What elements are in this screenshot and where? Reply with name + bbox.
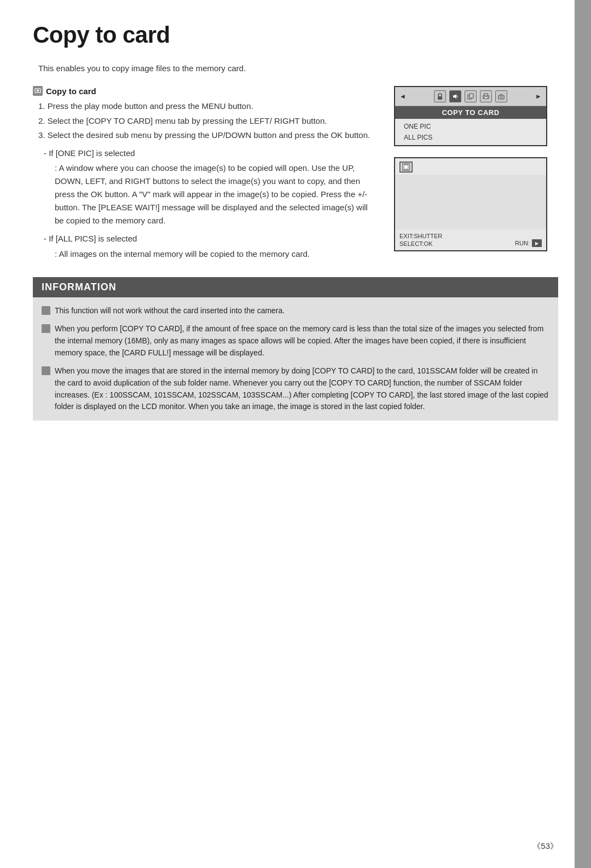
information-section: INFORMATION This function will not work … <box>33 277 558 421</box>
right-content: ◄ <box>394 86 558 251</box>
information-body: This function will not work without the … <box>33 297 558 421</box>
camera-menu-top-bar: ◄ <box>395 87 546 106</box>
print-icon <box>480 90 492 102</box>
lock-icon <box>434 90 446 102</box>
svg-point-10 <box>500 96 502 98</box>
camera-menu-header: COPY TO CARD <box>395 106 546 119</box>
section-icon <box>33 86 43 96</box>
preview-footer-left: EXIT:SHUTTER SELECT:OK <box>399 233 442 247</box>
menu-option-all-pics: ALL PICS <box>395 132 546 143</box>
preview-frame-icon <box>399 162 413 173</box>
intro-text: This enables you to copy image files to … <box>38 64 558 73</box>
sub-all-pics-desc: : All images on the internal memory will… <box>33 248 378 261</box>
svg-rect-12 <box>404 165 408 169</box>
arrow-right-icon: ► <box>535 93 542 100</box>
steps-list: 1. Press the play mode button and press … <box>33 100 378 142</box>
main-content: Copy to card 1. Press the play mode butt… <box>33 86 558 261</box>
camera-menu-icons <box>434 90 507 102</box>
info-text-1: This function will not work without the … <box>55 305 285 317</box>
info-item-1: This function will not work without the … <box>42 305 549 317</box>
info-item-3: When you move the images that are stored… <box>42 365 549 413</box>
camera-menu-ui: ◄ <box>394 86 547 146</box>
left-content: Copy to card 1. Press the play mode butt… <box>33 86 378 261</box>
information-header: INFORMATION <box>33 277 558 297</box>
step-3: 3. Select the desired sub menu by pressi… <box>38 129 378 142</box>
section-label: Copy to card <box>46 87 96 96</box>
exit-shutter-label: EXIT:SHUTTER <box>399 233 442 239</box>
sub-one-pic-desc: : A window where you can choose the imag… <box>33 162 378 227</box>
page-footer: 《53》 <box>532 841 558 852</box>
info-text-2: When you perform [COPY TO CARD], if the … <box>55 323 549 359</box>
menu-option-one-pic: ONE PIC <box>395 121 546 132</box>
copy-icon <box>465 90 477 102</box>
camera-preview-top <box>395 158 546 175</box>
sidebar-decoration <box>575 0 591 868</box>
sub-if-one-pic: - If [ONE PIC] is selected <box>33 147 378 160</box>
step-2: 2. Select the [COPY TO CARD] menu tab by… <box>38 115 378 128</box>
camera-preview-ui: EXIT:SHUTTER SELECT:OK RUN: <box>394 157 547 251</box>
camera-menu-options: ONE PIC ALL PICS <box>395 119 546 145</box>
arrow-left-icon: ◄ <box>399 93 406 100</box>
page-number: 《53》 <box>532 841 558 850</box>
info-item-2: When you perform [COPY TO CARD], if the … <box>42 323 549 359</box>
sub-if-all-pics: - If [ALL PICS] is selected <box>33 233 378 245</box>
svg-rect-1 <box>37 90 39 91</box>
svg-rect-7 <box>484 94 488 96</box>
svg-rect-8 <box>484 97 488 99</box>
info-icon-3 <box>42 366 50 375</box>
select-ok-label: SELECT:OK <box>399 240 442 247</box>
info-icon-1 <box>42 306 50 315</box>
svg-rect-5 <box>470 94 473 98</box>
info-text-3: When you move the images that are stored… <box>55 365 549 413</box>
svg-marker-3 <box>453 94 456 99</box>
info-icon-2 <box>42 324 50 333</box>
svg-rect-2 <box>438 96 442 100</box>
step-1: 1. Press the play mode button and press … <box>38 100 378 113</box>
page-title: Copy to card <box>33 22 558 48</box>
run-label: RUN: <box>515 240 530 246</box>
run-icon <box>532 239 542 247</box>
camera-preview-footer: EXIT:SHUTTER SELECT:OK RUN: <box>395 229 546 250</box>
preview-run: RUN: <box>515 239 542 247</box>
preview-body <box>395 175 546 229</box>
camera-icon <box>495 90 507 102</box>
section-label-row: Copy to card <box>33 86 378 96</box>
speaker-icon <box>449 90 461 102</box>
